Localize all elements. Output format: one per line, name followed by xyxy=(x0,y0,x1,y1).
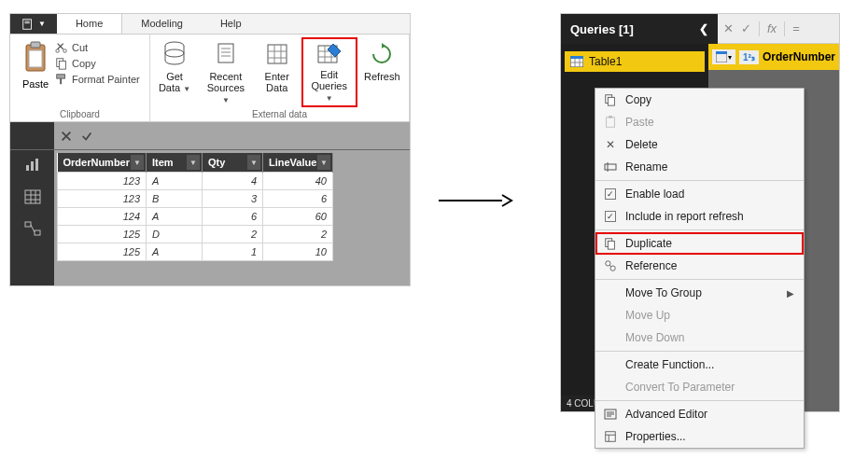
svg-line-38 xyxy=(609,265,611,267)
enter-data-button[interactable]: Enter Data xyxy=(257,37,298,107)
copy-icon xyxy=(55,57,68,70)
svg-rect-4 xyxy=(31,42,40,48)
model-view-icon[interactable] xyxy=(24,221,41,236)
svg-rect-18 xyxy=(31,161,34,171)
recent-sources-button[interactable]: Recent Sources ▼ xyxy=(199,37,253,107)
column-header[interactable]: ▾ 1²₃ OrderNumber xyxy=(708,44,839,70)
svg-rect-9 xyxy=(59,61,65,69)
ctx-move-down-label: Move Down xyxy=(625,331,684,344)
ctx-properties[interactable]: Properties... xyxy=(595,425,804,448)
col-header-item[interactable]: Item▼ xyxy=(147,153,203,173)
recent-icon xyxy=(212,39,240,69)
scissors-icon xyxy=(55,41,68,54)
ctx-create-function[interactable]: Create Function... xyxy=(595,354,804,376)
cut-label: Cut xyxy=(72,42,88,53)
tab-help[interactable]: Help xyxy=(202,14,260,34)
ctx-duplicate-label: Duplicate xyxy=(625,237,672,250)
external-data-group: Get Data ▼ Recent Sources ▼ Enter Data E… xyxy=(150,35,410,121)
edit-queries-icon xyxy=(315,41,343,67)
ctx-rename[interactable]: Rename xyxy=(595,156,804,178)
copy-button[interactable]: Copy xyxy=(55,57,140,70)
titlebar: ▼ Home Modeling Help xyxy=(10,14,410,35)
formula-bar-right[interactable]: ✕ ✓ fx = xyxy=(718,14,839,44)
table-row[interactable]: 124A660 xyxy=(58,208,333,226)
col-header-ordernumber[interactable]: OrderNumber▼ xyxy=(58,153,147,173)
database-icon xyxy=(161,39,189,69)
ctx-include-refresh[interactable]: ✓ Include in report refresh xyxy=(595,205,804,228)
svg-point-6 xyxy=(56,49,60,53)
ctx-delete[interactable]: ✕ Delete xyxy=(595,133,804,156)
file-menu[interactable]: ▼ xyxy=(10,14,57,34)
rename-icon xyxy=(603,160,618,174)
brush-icon xyxy=(55,73,68,86)
svg-rect-0 xyxy=(23,19,32,29)
refresh-label: Refresh xyxy=(364,71,400,82)
ctx-reference[interactable]: Reference xyxy=(595,255,804,277)
svg-rect-2 xyxy=(25,22,30,23)
ctx-move-to-group[interactable]: Move To Group ▶ xyxy=(595,282,804,304)
collapse-icon[interactable]: ❮ xyxy=(699,22,708,35)
ctx-duplicate[interactable]: Duplicate xyxy=(595,232,804,255)
svg-rect-10 xyxy=(57,75,65,78)
cut-button[interactable]: Cut xyxy=(55,41,140,54)
check-icon[interactable] xyxy=(80,130,93,143)
svg-rect-31 xyxy=(609,116,612,118)
ctx-copy-label: Copy xyxy=(625,93,651,106)
svg-rect-29 xyxy=(608,97,614,105)
clipboard-group-label: Clipboard xyxy=(10,109,149,119)
report-view-icon[interactable] xyxy=(24,158,41,173)
svg-rect-14 xyxy=(218,44,233,62)
table-row[interactable]: 125D22 xyxy=(58,226,333,243)
context-menu: Copy Paste ✕ Delete Rename ✓ Enable load… xyxy=(595,88,805,449)
formula-bar-row xyxy=(10,122,410,150)
format-painter-button[interactable]: Format Painter xyxy=(55,73,140,86)
ctx-props-label: Properties... xyxy=(625,430,686,443)
svg-rect-32 xyxy=(605,164,616,170)
query-item-label: Table1 xyxy=(589,55,622,68)
commit-icon[interactable]: ✓ xyxy=(741,21,751,35)
paste-button[interactable]: Paste xyxy=(16,37,55,91)
close-icon[interactable] xyxy=(60,130,73,143)
table-row[interactable]: 125A110 xyxy=(58,243,333,261)
view-rail xyxy=(10,150,54,285)
refresh-icon xyxy=(368,39,396,69)
ctx-enable-load[interactable]: ✓ Enable load xyxy=(595,183,804,205)
tab-home[interactable]: Home xyxy=(57,14,122,34)
ctx-move-group-label: Move To Group xyxy=(625,286,702,299)
tab-modeling[interactable]: Modeling xyxy=(122,14,202,34)
col-header-linevalue[interactable]: LineValue▼ xyxy=(263,153,333,173)
edit-queries-button[interactable]: Edit Queries ▼ xyxy=(301,37,357,107)
svg-rect-20 xyxy=(25,190,40,203)
cancel-icon[interactable]: ✕ xyxy=(723,21,734,35)
copy-label: Copy xyxy=(72,58,96,69)
table-row[interactable]: 123B36 xyxy=(58,190,333,208)
formula-bar[interactable] xyxy=(54,122,410,149)
clipboard-group: Paste Cut Copy Format Painter Clipboard xyxy=(10,35,150,121)
refresh-button[interactable]: Refresh xyxy=(361,37,403,107)
table-icon xyxy=(570,56,583,67)
svg-rect-1 xyxy=(25,21,30,21)
duplicate-icon xyxy=(603,236,618,251)
submenu-arrow-icon: ▶ xyxy=(787,288,794,298)
svg-rect-25 xyxy=(570,56,583,59)
row-header-icon[interactable]: ▾ xyxy=(712,49,735,64)
svg-rect-15 xyxy=(268,45,287,63)
ribbon: Paste Cut Copy Format Painter Clipboard xyxy=(10,35,410,122)
svg-rect-27 xyxy=(716,51,727,54)
ctx-reference-label: Reference xyxy=(625,259,677,272)
table-row[interactable]: 123A440 xyxy=(58,173,333,190)
ctx-move-up: Move Up xyxy=(595,304,804,326)
enter-data-label: Enter Data xyxy=(265,71,289,93)
queries-panel-header[interactable]: Queries [1] ❮ xyxy=(561,14,718,44)
powerbi-desktop-window: ▼ Home Modeling Help Paste Cut xyxy=(9,13,411,286)
data-table[interactable]: OrderNumber▼ Item▼ Qty▼ LineValue▼ 123A4… xyxy=(57,153,333,261)
ctx-copy[interactable]: Copy xyxy=(595,89,804,111)
svg-rect-22 xyxy=(35,230,40,235)
ctx-advanced-editor[interactable]: Advanced Editor xyxy=(595,403,804,425)
ribbon-tabs: Home Modeling Help xyxy=(57,14,260,34)
datatype-icon[interactable]: 1²₃ xyxy=(739,50,759,64)
query-item-table1[interactable]: Table1 xyxy=(565,51,705,72)
data-view-icon[interactable] xyxy=(24,189,41,204)
get-data-button[interactable]: Get Data ▼ xyxy=(154,37,195,107)
col-header-qty[interactable]: Qty▼ xyxy=(203,153,263,173)
